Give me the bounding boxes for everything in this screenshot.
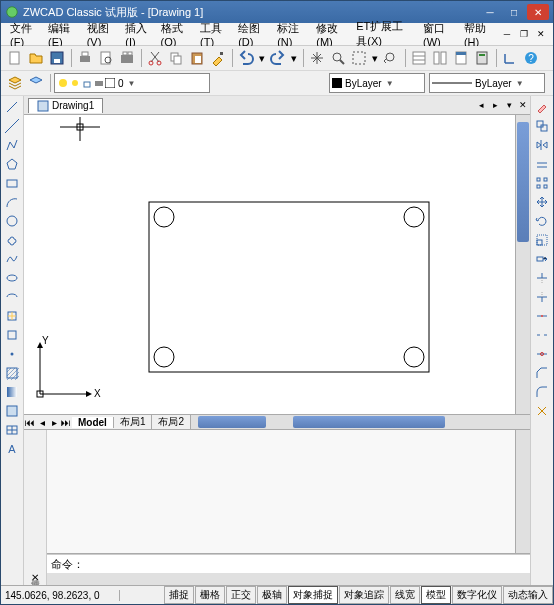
layout-next-button[interactable]: ▸: [48, 417, 60, 428]
status-lwt[interactable]: 线宽: [390, 586, 420, 604]
rectangle-tool[interactable]: [3, 174, 21, 192]
copy-tool[interactable]: [533, 117, 551, 135]
menu-edit[interactable]: 编辑(E): [43, 19, 82, 50]
polygon-tool[interactable]: [3, 155, 21, 173]
zoom-previous-button[interactable]: [381, 48, 401, 68]
mdi-restore-button[interactable]: ❐: [516, 27, 532, 41]
point-tool[interactable]: [3, 345, 21, 363]
layout-prev-button[interactable]: ◂: [36, 417, 48, 428]
fillet-tool[interactable]: [533, 383, 551, 401]
menu-insert[interactable]: 插入(I): [120, 19, 155, 50]
redo-button[interactable]: [268, 48, 288, 68]
ellipse-arc-tool[interactable]: [3, 288, 21, 306]
menu-format[interactable]: 格式(O): [156, 19, 196, 50]
canvas-hscrollbar[interactable]: [191, 415, 530, 429]
layer-combo[interactable]: 0 ▼: [54, 73, 210, 93]
layer-manager-button[interactable]: [5, 73, 25, 93]
status-snap[interactable]: 捕捉: [164, 586, 194, 604]
explode-tool[interactable]: [533, 402, 551, 420]
match-props-button[interactable]: [208, 48, 228, 68]
design-center-button[interactable]: [430, 48, 450, 68]
menu-view[interactable]: 视图(V): [82, 19, 121, 50]
paste-button[interactable]: [187, 48, 207, 68]
join-tool[interactable]: [533, 345, 551, 363]
status-otrack[interactable]: 对象追踪: [339, 586, 389, 604]
undo-button[interactable]: [236, 48, 256, 68]
command-input[interactable]: 命令：: [47, 554, 530, 573]
cmd-close-button[interactable]: ✕: [31, 572, 39, 583]
trim-tool[interactable]: [533, 269, 551, 287]
tab-list-button[interactable]: ▾: [502, 100, 516, 110]
insert-block-tool[interactable]: [3, 307, 21, 325]
stretch-tool[interactable]: [533, 250, 551, 268]
layout-first-button[interactable]: ⏮: [24, 417, 36, 428]
scale-tool[interactable]: [533, 231, 551, 249]
canvas-vscrollbar[interactable]: [515, 115, 530, 414]
status-ortho[interactable]: 正交: [226, 586, 256, 604]
new-button[interactable]: [5, 48, 25, 68]
arc-tool[interactable]: [3, 193, 21, 211]
status-polar[interactable]: 极轴: [257, 586, 287, 604]
circle-tool[interactable]: [3, 212, 21, 230]
erase-tool[interactable]: [533, 98, 551, 116]
menu-dim[interactable]: 标注(N): [272, 19, 311, 50]
pan-button[interactable]: [307, 48, 327, 68]
doc-tab-drawing1[interactable]: Drawing1: [28, 98, 103, 113]
status-osnap[interactable]: 对象捕捉: [288, 586, 338, 604]
line-tool[interactable]: [3, 98, 21, 116]
layer-state-button[interactable]: [26, 73, 46, 93]
cut-button[interactable]: [145, 48, 165, 68]
linetype-combo[interactable]: ByLayer ▼: [429, 73, 545, 93]
status-digitizer[interactable]: 数字化仪: [452, 586, 502, 604]
revcloud-tool[interactable]: [3, 231, 21, 249]
offset-tool[interactable]: [533, 155, 551, 173]
cmdlog-vscrollbar[interactable]: [515, 430, 530, 553]
undo-dropdown[interactable]: ▾: [257, 48, 267, 68]
open-button[interactable]: [26, 48, 46, 68]
print-preview-button[interactable]: [96, 48, 116, 68]
layout-tab-1[interactable]: 布局1: [114, 415, 153, 429]
color-combo[interactable]: ByLayer ▼: [329, 73, 425, 93]
menu-tools[interactable]: 工具(T): [195, 19, 233, 50]
ucs-button[interactable]: [500, 48, 520, 68]
spline-tool[interactable]: [3, 250, 21, 268]
menu-file[interactable]: 文件(F): [5, 19, 43, 50]
command-log[interactable]: [47, 430, 530, 554]
status-grid[interactable]: 栅格: [195, 586, 225, 604]
layout-tab-model[interactable]: Model: [72, 417, 114, 428]
chamfer-tool[interactable]: [533, 364, 551, 382]
gradient-tool[interactable]: [3, 383, 21, 401]
mirror-tool[interactable]: [533, 136, 551, 154]
close-button[interactable]: ✕: [527, 4, 549, 20]
region-tool[interactable]: [3, 402, 21, 420]
zoom-realtime-button[interactable]: [328, 48, 348, 68]
break-tool[interactable]: [533, 326, 551, 344]
help-button[interactable]: ?: [521, 48, 541, 68]
array-tool[interactable]: [533, 174, 551, 192]
save-button[interactable]: [47, 48, 67, 68]
construction-line-tool[interactable]: [3, 117, 21, 135]
table-tool[interactable]: [3, 421, 21, 439]
calculator-button[interactable]: [472, 48, 492, 68]
copy-button[interactable]: [166, 48, 186, 68]
menu-draw[interactable]: 绘图(D): [233, 19, 272, 50]
menu-modify[interactable]: 修改(M): [311, 19, 351, 50]
publish-button[interactable]: [117, 48, 137, 68]
tab-next-button[interactable]: ▸: [488, 100, 502, 110]
mtext-tool[interactable]: A: [3, 440, 21, 458]
move-tool[interactable]: [533, 193, 551, 211]
status-dyn[interactable]: 动态输入: [503, 586, 553, 604]
redo-dropdown[interactable]: ▾: [289, 48, 299, 68]
zoom-window-button[interactable]: [349, 48, 369, 68]
ellipse-tool[interactable]: [3, 269, 21, 287]
make-block-tool[interactable]: [3, 326, 21, 344]
layout-last-button[interactable]: ⏭: [60, 417, 72, 428]
mdi-close-button[interactable]: ✕: [533, 27, 549, 41]
status-model[interactable]: 模型: [421, 586, 451, 604]
properties-button[interactable]: [409, 48, 429, 68]
menu-window[interactable]: 窗口(W): [418, 19, 459, 50]
polyline-tool[interactable]: [3, 136, 21, 154]
maximize-button[interactable]: □: [503, 4, 525, 20]
tool-palettes-button[interactable]: [451, 48, 471, 68]
print-button[interactable]: [75, 48, 95, 68]
